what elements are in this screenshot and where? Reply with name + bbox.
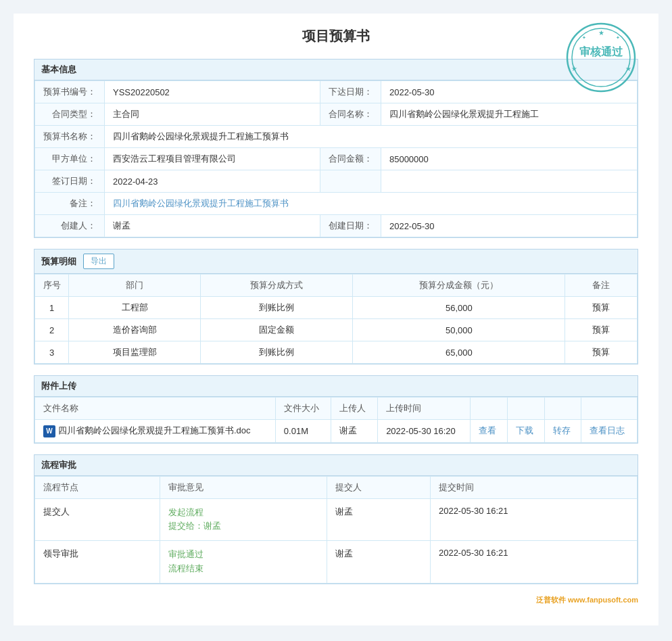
value-budget-no: YSS20220502 bbox=[105, 81, 320, 103]
action-link[interactable]: 转存 bbox=[544, 420, 581, 443]
col-action1 bbox=[471, 398, 508, 420]
cell-amount: 65,000 bbox=[353, 341, 565, 364]
workflow-opinion-line: 提交给：谢孟 bbox=[168, 519, 318, 533]
cell-node: 提交人 bbox=[35, 498, 160, 541]
table-row: W四川省鹅岭公园绿化景观提升工程施工预算书.doc 0.01M 谢孟 2022-… bbox=[35, 420, 638, 443]
col-action4 bbox=[581, 398, 638, 420]
cell-filesize: 0.01M bbox=[275, 420, 331, 443]
workflow-opinion-line: 审批通过 bbox=[168, 548, 318, 562]
label-creator: 创建人： bbox=[35, 215, 105, 237]
cell-amount: 56,000 bbox=[353, 297, 565, 319]
col-filesize: 文件大小 bbox=[275, 398, 331, 420]
page-wrapper: 项目预算书 ★ ★ ★ 审核通过 ✦ ✦ 基本信息 bbox=[14, 14, 658, 625]
budget-detail-header: 预算明细 导出 bbox=[34, 250, 638, 274]
cell-dept: 造价咨询部 bbox=[69, 319, 201, 341]
cell-uploader: 谢孟 bbox=[331, 420, 378, 443]
label-contract-type: 合同类型： bbox=[35, 103, 105, 126]
attachment-table: 文件名称 文件大小 上传人 上传时间 W四川省鹅岭公园绿化景观提升工程施工预算书… bbox=[34, 397, 638, 443]
col-method: 预算分成方式 bbox=[201, 275, 353, 297]
label-contract-name: 合同名称： bbox=[320, 103, 381, 126]
col-amount: 预算分成金额（元） bbox=[353, 275, 565, 297]
col-note: 备注 bbox=[565, 275, 638, 297]
col-submitter: 提交人 bbox=[327, 476, 430, 498]
table-header-row: 文件名称 文件大小 上传人 上传时间 bbox=[35, 398, 638, 420]
cell-filename: W四川省鹅岭公园绿化景观提升工程施工预算书.doc bbox=[35, 420, 276, 443]
table-row: 3 项目监理部 到账比例 65,000 预算 bbox=[35, 341, 638, 364]
cell-submit-time: 2022-05-30 16:21 bbox=[430, 498, 637, 541]
svg-text:★: ★ bbox=[598, 29, 604, 37]
table-row: 领导审批 审批通过流程结束 谢孟 2022-05-30 16:21 bbox=[35, 541, 638, 584]
budget-detail-section: 预算明细 导出 序号 部门 预算分成方式 预算分成金额（元） 备注 1 工程部 … bbox=[34, 249, 638, 364]
action-link[interactable]: 下载 bbox=[507, 420, 544, 443]
budget-detail-table: 序号 部门 预算分成方式 预算分成金额（元） 备注 1 工程部 到账比例 56,… bbox=[34, 274, 638, 364]
label-note: 备注： bbox=[35, 193, 105, 215]
cell-dept: 项目监理部 bbox=[69, 341, 201, 364]
attachment-header: 附件上传 bbox=[34, 376, 638, 397]
col-action2 bbox=[507, 398, 544, 420]
value-contract-type: 主合同 bbox=[105, 103, 320, 126]
value-creator: 谢孟 bbox=[105, 215, 320, 237]
workflow-opinion-line: 流程结束 bbox=[168, 562, 318, 576]
table-row: 签订日期： 2022-04-23 bbox=[35, 170, 638, 193]
brand-url: www.fanpusoft.com bbox=[568, 596, 638, 604]
svg-text:✦: ✦ bbox=[616, 35, 620, 40]
attachment-section: 附件上传 文件名称 文件大小 上传人 上传时间 W四川省鹅岭公园绿化景观提升工程… bbox=[34, 375, 638, 444]
col-dept: 部门 bbox=[69, 275, 201, 297]
workflow-table: 流程节点 审批意见 提交人 提交时间 提交人 发起流程提交给：谢孟 谢孟 202… bbox=[34, 476, 638, 584]
cell-no: 3 bbox=[35, 341, 69, 364]
cell-note: 预算 bbox=[565, 341, 638, 364]
svg-point-1 bbox=[572, 28, 630, 87]
cell-method: 固定金额 bbox=[201, 319, 353, 341]
cell-submit-time: 2022-05-30 16:21 bbox=[430, 541, 637, 584]
label-contract-amount: 合同金额： bbox=[320, 148, 381, 170]
table-row: 备注： 四川省鹅岭公园绿化景观提升工程施工预算书 bbox=[35, 193, 638, 215]
value-note: 四川省鹅岭公园绿化景观提升工程施工预算书 bbox=[105, 193, 638, 215]
col-filename: 文件名称 bbox=[35, 398, 276, 420]
cell-note: 预算 bbox=[565, 297, 638, 319]
col-upload-time: 上传时间 bbox=[378, 398, 471, 420]
table-header-row: 流程节点 审批意见 提交人 提交时间 bbox=[35, 476, 638, 498]
value-empty1 bbox=[381, 170, 637, 193]
cell-no: 1 bbox=[35, 297, 69, 319]
workflow-header: 流程审批 bbox=[34, 455, 638, 476]
page-title: 项目预算书 bbox=[34, 27, 638, 45]
table-row: 合同类型： 主合同 合同名称： 四川省鹅岭公园绿化景观提升工程施工 bbox=[35, 103, 638, 126]
cell-method: 到账比例 bbox=[201, 297, 353, 319]
label-budget-no: 预算书编号： bbox=[35, 81, 105, 103]
brand-name: 泛普软件 bbox=[536, 596, 566, 604]
svg-text:★: ★ bbox=[625, 65, 631, 72]
table-row: 创建人： 谢孟 创建日期： 2022-05-30 bbox=[35, 215, 638, 237]
export-button[interactable]: 导出 bbox=[83, 254, 114, 269]
value-party-a: 西安浩云工程项目管理有限公司 bbox=[105, 148, 320, 170]
action-link[interactable]: 查看 bbox=[471, 420, 508, 443]
word-icon: W bbox=[43, 425, 55, 437]
workflow-section: 流程审批 流程节点 审批意见 提交人 提交时间 提交人 发起流程提交给：谢孟 谢… bbox=[34, 454, 638, 584]
cell-opinion: 审批通过流程结束 bbox=[160, 541, 327, 584]
svg-text:审核通过: 审核通过 bbox=[579, 45, 623, 57]
table-row: 预算书编号： YSS20220502 下达日期： 2022-05-30 bbox=[35, 81, 638, 103]
value-create-date: 2022-05-30 bbox=[381, 215, 637, 237]
cell-node: 领导审批 bbox=[35, 541, 160, 584]
value-budget-name: 四川省鹅岭公园绿化景观提升工程施工预算书 bbox=[105, 126, 638, 148]
footer: 泛普软件 www.fanpusoft.com bbox=[34, 595, 638, 605]
table-row: 甲方单位： 西安浩云工程项目管理有限公司 合同金额： 85000000 bbox=[35, 148, 638, 170]
table-row: 预算书名称： 四川省鹅岭公园绿化景观提升工程施工预算书 bbox=[35, 126, 638, 148]
value-sign-date: 2022-04-23 bbox=[105, 170, 320, 193]
col-node: 流程节点 bbox=[35, 476, 160, 498]
value-contract-name: 四川省鹅岭公园绿化景观提升工程施工 bbox=[381, 103, 637, 126]
label-empty1 bbox=[320, 170, 381, 193]
table-header-row: 序号 部门 预算分成方式 预算分成金额（元） 备注 bbox=[35, 275, 638, 297]
col-action3 bbox=[544, 398, 581, 420]
cell-opinion: 发起流程提交给：谢孟 bbox=[160, 498, 327, 541]
label-sign-date: 签订日期： bbox=[35, 170, 105, 193]
label-party-a: 甲方单位： bbox=[35, 148, 105, 170]
cell-amount: 50,000 bbox=[353, 319, 565, 341]
cell-dept: 工程部 bbox=[69, 297, 201, 319]
table-row: 2 造价咨询部 固定金额 50,000 预算 bbox=[35, 319, 638, 341]
approval-stamp: ★ ★ ★ 审核通过 ✦ ✦ bbox=[564, 20, 638, 95]
table-row: 1 工程部 到账比例 56,000 预算 bbox=[35, 297, 638, 319]
cell-upload-time: 2022-05-30 16:20 bbox=[378, 420, 471, 443]
action-link[interactable]: 查看日志 bbox=[581, 420, 638, 443]
basic-info-header: 基本信息 bbox=[34, 60, 638, 80]
col-uploader: 上传人 bbox=[331, 398, 378, 420]
